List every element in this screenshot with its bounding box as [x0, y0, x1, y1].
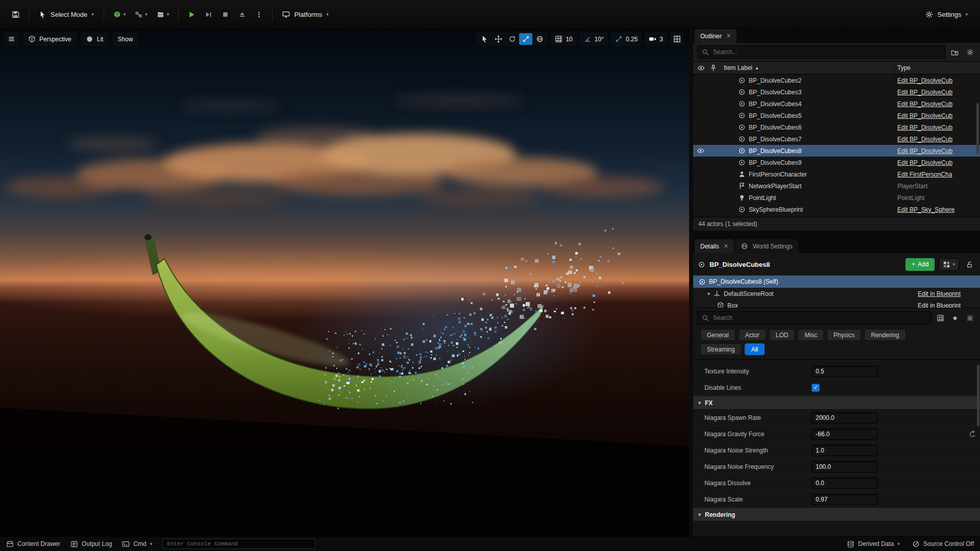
outliner-item-type[interactable]: Edit BP_DisolveCub [897, 136, 973, 143]
outliner-row-bp-disolvecubes7[interactable]: BP_DisolveCubes7Edit BP_DisolveCub [693, 133, 980, 145]
world-settings-tab[interactable]: World Settings [735, 239, 798, 253]
cinematics-dropdown[interactable]: ▾ [152, 5, 174, 23]
filter-physics[interactable]: Physics [827, 329, 861, 341]
input-niagara-spawn-rate[interactable] [812, 412, 878, 423]
outliner-search-input[interactable] [713, 48, 941, 56]
viewport-menu-button[interactable] [4, 32, 19, 46]
section-header-fx[interactable]: ▾FX [693, 396, 980, 410]
outliner-item-type[interactable]: Edit BP_DisolveCub [897, 101, 973, 108]
create-folder-button[interactable] [948, 46, 961, 58]
perspective-dropdown[interactable]: Perspective [23, 32, 77, 46]
revert-icon[interactable] [969, 430, 976, 438]
rotate-tool-button[interactable] [505, 33, 519, 45]
output-log-button[interactable]: Output Log [70, 540, 112, 548]
browse-button[interactable]: ▾ [939, 258, 959, 271]
move-tool-button[interactable] [492, 33, 505, 45]
outliner-item-type[interactable]: Edit BP_DisolveCub [897, 147, 973, 155]
outliner-item-type[interactable]: Edit BP_DisolveCub [897, 77, 973, 84]
chevron-down-icon[interactable]: ▾ [707, 291, 710, 296]
close-icon[interactable]: ✕ [724, 243, 728, 249]
outliner-row-skysphereblueprint[interactable]: SkySphereBlueprintEdit BP_Sky_Sphere [693, 204, 980, 215]
outliner-tab[interactable]: Outliner ✕ [695, 29, 737, 43]
derived-data-button[interactable]: Derived Data ▾ [847, 540, 900, 548]
outliner-item-type[interactable]: Edit BP_DisolveCub [897, 159, 973, 166]
outliner-row-bp-disolvecubes9[interactable]: BP_DisolveCubes9Edit BP_DisolveCub [693, 157, 980, 168]
outliner-settings-button[interactable] [964, 46, 976, 58]
favorites-button[interactable]: ★ [949, 312, 961, 324]
platforms-dropdown[interactable]: Platforms ▾ [277, 5, 333, 23]
content-drawer-button[interactable]: Content Drawer [6, 540, 60, 548]
pin-icon[interactable] [709, 64, 717, 72]
component-box[interactable]: BoxEdit in Blueprint [693, 299, 980, 308]
select-tool-button[interactable] [478, 33, 491, 45]
filter-misc[interactable]: Misc [798, 329, 824, 341]
filter-streaming[interactable]: Streaming [700, 343, 742, 355]
input-niagara-scale[interactable] [812, 494, 878, 505]
component-defaultsceneroot[interactable]: ▾DefaultSceneRootEdit in Blueprint [693, 288, 980, 299]
outliner-item-type[interactable]: Edit BP_DisolveCub [897, 112, 973, 119]
checkbox-disable-lines[interactable]: ✓ [812, 384, 820, 392]
play-button[interactable] [183, 5, 200, 23]
add-component-button[interactable]: +Add [905, 258, 935, 271]
outliner-row-pointlight[interactable]: PointLightPointLight [693, 192, 980, 204]
lock-button[interactable] [963, 258, 975, 270]
details-tab[interactable]: Details ✕ [695, 239, 734, 253]
outliner-row-bp-disolvecubes5[interactable]: BP_DisolveCubes5Edit BP_DisolveCub [693, 110, 980, 121]
display-filter-button[interactable] [934, 312, 946, 324]
column-type[interactable]: Type [897, 64, 911, 71]
camera-speed-button[interactable]: 3 [645, 32, 667, 46]
outliner-row-bp-disolvecubes6[interactable]: BP_DisolveCubes6Edit BP_DisolveCub [693, 121, 980, 133]
details-settings-button[interactable] [964, 312, 976, 324]
console-command-input[interactable] [162, 539, 315, 549]
quick-add-dropdown[interactable]: ▾ [109, 5, 131, 23]
outliner-row-bp-disolvecubes2[interactable]: BP_DisolveCubes2Edit BP_DisolveCub [693, 74, 980, 86]
eject-button[interactable] [234, 5, 251, 23]
outliner-item-type[interactable]: Edit BP_DisolveCub [897, 124, 973, 131]
outliner-row-bp-disolvecubes8[interactable]: BP_DisolveCubes8Edit BP_DisolveCub [693, 145, 980, 157]
eye-icon[interactable] [697, 64, 705, 72]
select-mode-dropdown[interactable]: Select Mode ▾ [34, 5, 99, 23]
filter-rendering[interactable]: Rendering [864, 329, 905, 341]
edit-in-blueprint-link[interactable]: Edit in Blueprint [918, 290, 961, 297]
input-niagara-noise-frequency[interactable] [812, 461, 878, 472]
cmd-dropdown[interactable]: Cmd ▾ [122, 540, 152, 548]
outliner-row-bp-disolvecubes3[interactable]: BP_DisolveCubes3Edit BP_DisolveCub [693, 86, 980, 98]
stop-button[interactable] [217, 5, 234, 23]
outliner-scrollbar[interactable] [976, 103, 979, 154]
show-dropdown[interactable]: Show [112, 32, 138, 46]
settings-dropdown[interactable]: Settings ▾ [920, 5, 973, 23]
frame-skip-button[interactable] [200, 5, 217, 23]
panel-splitter[interactable] [693, 231, 980, 238]
play-options-button[interactable] [251, 5, 267, 23]
details-search-input[interactable] [713, 314, 927, 321]
lit-dropdown[interactable]: Lit [81, 32, 109, 46]
column-item-label[interactable]: Item Label▲ [724, 64, 759, 71]
source-control-button[interactable]: Source Control Off [912, 540, 974, 548]
outliner-item-type[interactable]: Edit BP_DisolveCub [897, 89, 973, 96]
filter-general[interactable]: General [700, 329, 736, 341]
rotation-snap-toggle[interactable]: 10° [580, 32, 608, 46]
close-icon[interactable]: ✕ [726, 33, 731, 39]
filter-lod[interactable]: LOD [769, 329, 795, 341]
input-texture-intensity[interactable] [812, 366, 878, 377]
component-bp-disolvecubes8-self[interactable]: BP_DisolveCubes8 (Self) [693, 276, 980, 288]
outliner-row-bp-disolvecubes4[interactable]: BP_DisolveCubes4Edit BP_DisolveCub [693, 98, 980, 110]
filter-actor[interactable]: Actor [739, 329, 766, 341]
blueprints-dropdown[interactable]: ▾ [130, 5, 152, 23]
filter-all[interactable]: All [745, 343, 765, 355]
world-space-toggle[interactable] [533, 33, 546, 45]
save-button[interactable] [7, 5, 24, 23]
maximize-viewport-button[interactable] [670, 32, 684, 46]
scale-tool-button[interactable] [519, 33, 532, 45]
outliner-row-networkplayerstart[interactable]: NetworkPlayerStartPlayerStart [693, 180, 980, 192]
input-niagara-gravity-force[interactable] [812, 429, 878, 440]
eye-icon[interactable] [697, 147, 704, 155]
section-header-rendering[interactable]: ▾Rendering [693, 508, 980, 521]
input-niagara-dissolve[interactable] [812, 478, 878, 489]
scale-snap-toggle[interactable]: 0.25 [611, 32, 642, 46]
input-niagara-noise-strength[interactable] [812, 445, 878, 456]
outliner-item-type[interactable]: Edit FirstPersonCha [897, 171, 973, 178]
grid-snap-toggle[interactable]: 10 [551, 32, 576, 46]
edit-in-blueprint-link[interactable]: Edit in Blueprint [918, 302, 961, 309]
outliner-item-type[interactable]: Edit BP_Sky_Sphere [897, 206, 973, 213]
